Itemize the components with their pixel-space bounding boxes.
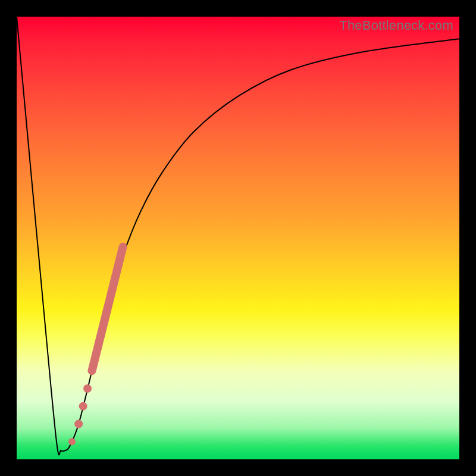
bottleneck-curve (17, 17, 459, 455)
highlight-dot (68, 438, 76, 445)
highlight-dot (79, 402, 87, 411)
highlight-segment (92, 247, 123, 371)
highlight-dot (83, 384, 92, 393)
plot-area: TheBottleneck.com (17, 17, 459, 459)
chart-frame: TheBottleneck.com (0, 0, 476, 476)
highlight-dots (68, 384, 92, 445)
curve-layer (17, 17, 459, 459)
highlight-dot (74, 419, 83, 428)
